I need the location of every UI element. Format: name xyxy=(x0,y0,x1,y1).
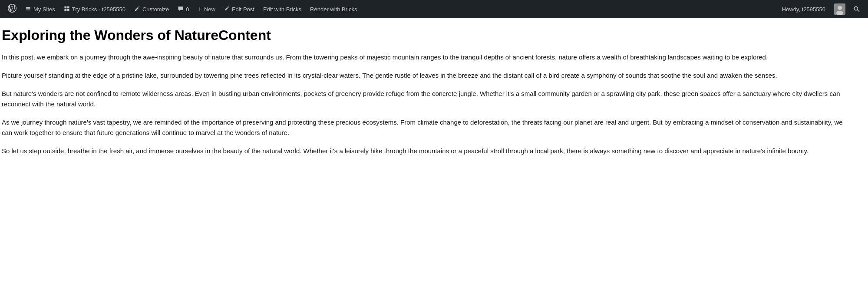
customize-label: Customize xyxy=(142,6,169,13)
my-sites-icon xyxy=(25,6,31,13)
my-sites-label: My Sites xyxy=(33,6,55,13)
paragraph-4: As we journey through nature's vast tape… xyxy=(2,117,849,138)
new-item[interactable]: + New xyxy=(194,0,220,18)
search-button[interactable] xyxy=(849,0,865,18)
adminbar-right: Howdy, t2595550 xyxy=(779,0,865,18)
customize-item[interactable]: Customize xyxy=(130,0,173,18)
admin-bar: My Sites Try Bricks - t2595550 Custom xyxy=(0,0,868,18)
new-icon: + xyxy=(198,5,202,13)
comments-item[interactable]: 0 xyxy=(173,0,193,18)
new-label: New xyxy=(204,6,215,13)
edit-with-bricks-label: Edit with Bricks xyxy=(263,6,301,13)
try-bricks-item[interactable]: Try Bricks - t2595550 xyxy=(59,0,130,18)
paragraph-5: So let us step outside, breathe in the f… xyxy=(2,146,849,156)
edit-post-icon xyxy=(224,6,230,13)
comments-icon xyxy=(178,6,184,13)
svg-point-5 xyxy=(838,6,842,10)
post-body: In this post, we embark on a journey thr… xyxy=(0,52,851,156)
adminbar-left: My Sites Try Bricks - t2595550 Custom xyxy=(3,0,779,18)
my-sites-item[interactable]: My Sites xyxy=(21,0,59,18)
post-title: Exploring the Wonders of NatureContent xyxy=(0,27,851,43)
svg-rect-1 xyxy=(67,6,69,8)
howdy-text: Howdy, t2595550 xyxy=(779,6,829,13)
wordpress-icon xyxy=(8,4,17,15)
svg-rect-0 xyxy=(64,6,66,8)
svg-rect-3 xyxy=(67,9,69,11)
wp-logo-item[interactable] xyxy=(3,0,21,18)
customize-icon xyxy=(134,6,140,13)
edit-post-label: Edit Post xyxy=(232,6,254,13)
svg-rect-2 xyxy=(64,9,66,11)
edit-post-item[interactable]: Edit Post xyxy=(220,0,259,18)
edit-with-bricks-item[interactable]: Edit with Bricks xyxy=(259,0,306,18)
bricks-site-icon xyxy=(64,6,70,13)
paragraph-3: But nature's wonders are not confined to… xyxy=(2,89,849,109)
paragraph-2: Picture yourself standing at the edge of… xyxy=(2,70,849,81)
try-bricks-label: Try Bricks - t2595550 xyxy=(72,6,125,13)
comments-count: 0 xyxy=(186,6,189,13)
paragraph-1: In this post, we embark on a journey thr… xyxy=(2,52,849,63)
render-with-bricks-label: Render with Bricks xyxy=(310,6,357,13)
avatar[interactable] xyxy=(834,3,845,15)
page-content: Exploring the Wonders of NatureContent I… xyxy=(0,18,851,174)
render-with-bricks-item[interactable]: Render with Bricks xyxy=(306,0,361,18)
